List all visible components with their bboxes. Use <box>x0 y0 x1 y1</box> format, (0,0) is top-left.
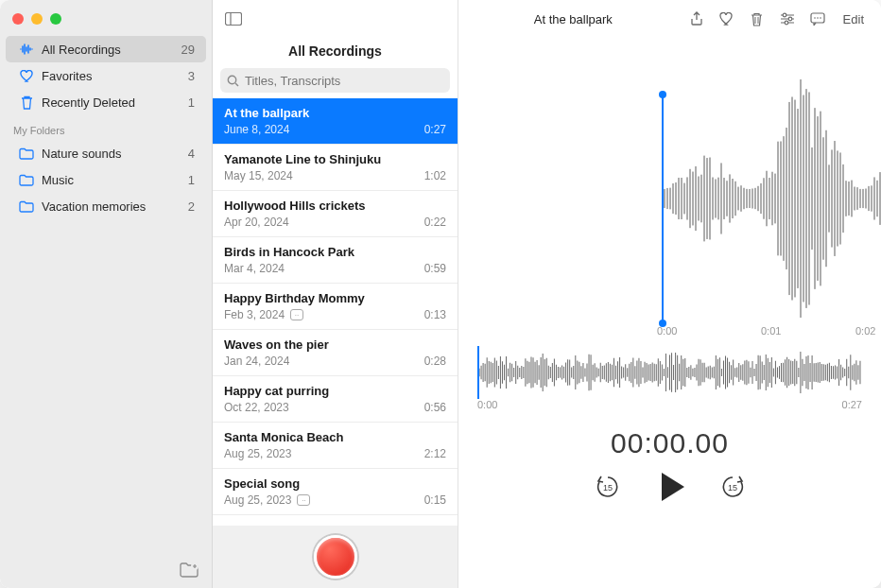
timeline-ruler: 0:00 0:01 0:02 <box>458 325 881 340</box>
timeline-mark: 0:00 <box>657 325 677 337</box>
recording-item[interactable]: At the ballparkJune 8, 20240:27 <box>213 98 458 145</box>
recording-item[interactable]: Waves on the pierJan 24, 20240:28 <box>213 330 458 376</box>
share-icon[interactable] <box>684 9 709 29</box>
recording-date: Feb 3, 2024 <box>224 308 285 321</box>
folder-icon <box>19 174 34 186</box>
recording-duration: 0:56 <box>424 401 446 414</box>
skip-forward-button[interactable]: 15 <box>718 473 747 501</box>
sidebar-item-recently-deleted[interactable]: Recently Deleted1 <box>6 89 206 115</box>
svg-point-6 <box>783 13 786 17</box>
search-icon <box>227 75 239 87</box>
svg-point-13 <box>817 17 819 19</box>
search-input[interactable] <box>245 74 443 88</box>
record-button[interactable] <box>314 535 357 579</box>
sidebar-item-label: Recently Deleted <box>42 95 181 110</box>
recording-date: Mar 4, 2024 <box>224 262 285 275</box>
playhead-scrubber[interactable] <box>662 95 664 323</box>
recording-duration: 0:15 <box>424 493 446 507</box>
sidebar-item-all-recordings[interactable]: All Recordings29 <box>6 36 206 62</box>
svg-point-14 <box>820 17 821 19</box>
favorite-icon[interactable] <box>715 9 739 29</box>
recording-date: Jan 24, 2024 <box>224 355 289 368</box>
recording-duration: 0:59 <box>424 262 446 275</box>
fullscreen-window-button[interactable] <box>50 13 61 25</box>
minimize-window-button[interactable] <box>31 13 43 25</box>
sidebar-folder-vacation-memories[interactable]: Vacation memories2 <box>6 193 206 219</box>
svg-point-12 <box>814 17 816 19</box>
detail-toolbar: At the ballpark Edit <box>458 0 881 38</box>
trash-icon[interactable] <box>745 9 769 29</box>
svg-point-3 <box>228 76 235 83</box>
sidebar-footer <box>0 552 212 588</box>
edit-button[interactable]: Edit <box>836 10 872 28</box>
sidebar-item-count: 29 <box>181 43 195 57</box>
recording-title: Waves on the pier <box>224 337 446 352</box>
settings-sliders-icon[interactable] <box>775 9 800 29</box>
heart-icon <box>19 70 34 82</box>
current-time: 00:00.00 <box>458 410 881 473</box>
play-button[interactable] <box>656 473 684 501</box>
sidebar-item-favorites[interactable]: Favorites3 <box>6 62 206 89</box>
recording-item[interactable]: Santa Monica BeachAug 25, 20232:12 <box>213 423 458 469</box>
svg-point-10 <box>785 21 788 25</box>
recording-title: Happy cat purring <box>224 384 446 398</box>
trash-icon <box>19 95 34 110</box>
recording-date: May 15, 2024 <box>224 169 293 182</box>
sidebar-item-label: Favorites <box>42 69 181 83</box>
new-folder-icon[interactable] <box>180 562 199 578</box>
sidebar-folder-nature-sounds[interactable]: Nature sounds4 <box>6 140 206 166</box>
svg-point-8 <box>788 17 792 21</box>
recording-item[interactable]: Birds in Hancock ParkMar 4, 20240:59 <box>213 237 458 284</box>
waveform-large[interactable]: 0:00 0:01 0:02 <box>458 38 881 340</box>
overview-playhead[interactable] <box>477 346 479 399</box>
recording-item[interactable]: Parrots in Buenos Aires <box>213 515 458 526</box>
recording-title: Happy Birthday Mommy <box>224 291 446 305</box>
sidebar-item-label: All Recordings <box>42 43 174 57</box>
skip-back-button[interactable]: 15 <box>594 473 622 501</box>
transcript-badge-icon: ·· <box>290 309 303 320</box>
close-window-button[interactable] <box>12 13 24 25</box>
sidebar-item-count: 1 <box>188 95 195 110</box>
recording-title: Hollywood Hills crickets <box>224 199 446 213</box>
recording-date: June 8, 2024 <box>224 123 289 136</box>
overview-labels: 0:00 0:27 <box>458 399 881 410</box>
sidebar-item-label: Nature sounds <box>42 147 181 161</box>
sidebar-item-count: 2 <box>188 199 195 214</box>
recording-item[interactable]: Happy Birthday MommyFeb 3, 2024··0:13 <box>213 284 458 330</box>
transcript-icon[interactable] <box>805 9 830 29</box>
folder-icon <box>19 200 34 213</box>
search-field[interactable] <box>220 68 450 93</box>
recording-item[interactable]: Yamanote Line to ShinjukuMay 15, 20241:0… <box>213 145 458 191</box>
detail-pane: At the ballpark Edit 0:00 0:01 <box>458 0 881 588</box>
window-controls <box>0 0 212 34</box>
svg-rect-1 <box>226 13 242 26</box>
recording-date: Apr 20, 2024 <box>224 216 289 229</box>
sidebar-item-count: 4 <box>188 147 195 161</box>
recording-duration: 0:27 <box>424 123 446 136</box>
transcript-badge-icon: ·· <box>297 494 310 506</box>
toggle-sidebar-icon[interactable] <box>220 8 247 30</box>
recording-title: Birds in Hancock Park <box>224 245 446 259</box>
sidebar-list: All Recordings29Favorites3Recently Delet… <box>0 34 212 552</box>
recording-item[interactable]: Special songAug 25, 2023··0:15 <box>213 469 458 515</box>
waveform-overview[interactable] <box>477 350 862 395</box>
recordings-column: All Recordings At the ballparkJune 8, 20… <box>213 0 458 588</box>
recording-title: Santa Monica Beach <box>224 430 446 444</box>
svg-text:15: 15 <box>727 483 736 493</box>
svg-line-4 <box>235 83 238 86</box>
sidebar-item-count: 1 <box>188 173 195 187</box>
recording-item[interactable]: Hollywood Hills cricketsApr 20, 20240:22 <box>213 191 458 237</box>
recording-title: At the ballpark <box>468 12 679 26</box>
recording-duration: 0:22 <box>424 216 446 229</box>
overview-end-time: 0:27 <box>842 399 862 410</box>
recording-date: Aug 25, 2023 <box>224 447 291 460</box>
recording-item[interactable]: Happy cat purringOct 22, 20230:56 <box>213 376 458 423</box>
recording-duration: 2:12 <box>424 447 446 460</box>
svg-text:15: 15 <box>602 483 612 493</box>
recording-title: Yamanote Line to Shinjuku <box>224 152 446 166</box>
recording-date: Aug 25, 2023 <box>224 493 291 507</box>
timeline-mark: 0:01 <box>761 325 781 337</box>
folder-icon <box>19 147 34 160</box>
record-footer <box>213 526 458 588</box>
sidebar-folder-music[interactable]: Music1 <box>6 166 206 193</box>
